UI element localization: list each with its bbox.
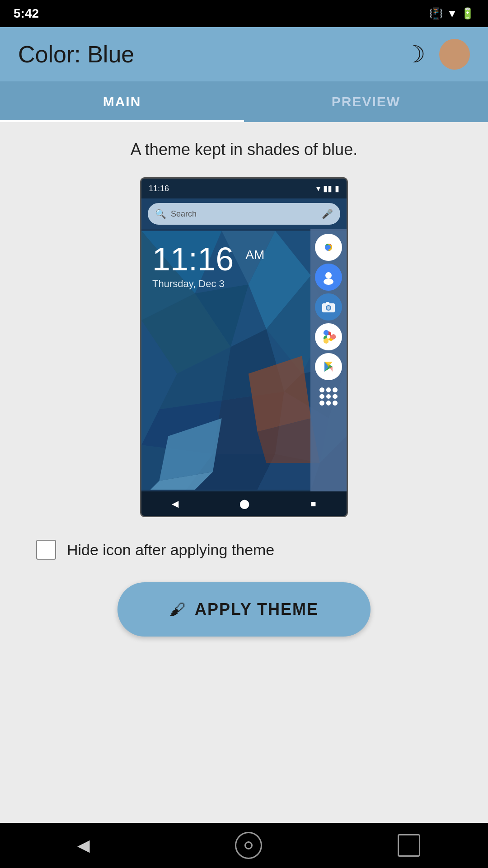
clock-overlay: 11:16 AM Thursday, Dec 3 xyxy=(152,243,264,290)
status-bar: 5:42 📳 ▾ 🔋 xyxy=(0,0,488,27)
home-button[interactable] xyxy=(235,832,262,859)
description-text: A theme kept in shades of blue. xyxy=(131,140,357,159)
phone-battery-icon: ▮ xyxy=(335,184,339,193)
phone-mockup: 11:16 ▾ ▮▮ ▮ 🔍 Search 🎤 xyxy=(140,177,348,517)
phone-nav-bar: ◀ ⬤ ■ xyxy=(141,491,347,516)
vibrate-icon: 📳 xyxy=(429,7,443,20)
phone-status-bar: 11:16 ▾ ▮▮ ▮ xyxy=(141,179,347,198)
apps-grid-icon xyxy=(315,383,342,410)
svg-rect-30 xyxy=(326,302,329,304)
play-app-icon xyxy=(315,353,342,380)
header-icons: ☽ xyxy=(404,39,470,70)
svg-point-25 xyxy=(325,272,332,278)
camera-app-icon xyxy=(315,293,342,321)
wifi-icon: ▾ xyxy=(449,7,455,20)
svg-point-29 xyxy=(327,306,330,310)
back-button[interactable]: ◀ xyxy=(68,830,99,861)
status-icons: 📳 ▾ 🔋 xyxy=(429,7,474,20)
main-content: A theme kept in shades of blue. 11:16 ▾ … xyxy=(0,122,488,823)
phone-time: 11:16 xyxy=(149,184,169,193)
avatar[interactable] xyxy=(439,39,470,70)
wallpaper-area: 11:16 AM Thursday, Dec 3 xyxy=(141,229,347,491)
phone-recent-btn[interactable]: ■ xyxy=(310,499,316,509)
app-title: Color: Blue xyxy=(18,41,134,68)
app-header: Color: Blue ☽ xyxy=(0,27,488,81)
phone-search-text: Search xyxy=(171,209,317,219)
search-bar-container: 🔍 Search 🎤 xyxy=(141,198,347,229)
search-bar[interactable]: 🔍 Search 🎤 xyxy=(148,203,340,225)
svg-point-31 xyxy=(327,335,330,339)
phone-search-icon: 🔍 xyxy=(155,208,166,219)
hide-icon-label: Hide icon after applying theme xyxy=(67,541,274,559)
phone-wifi-icon: ▾ xyxy=(316,184,320,193)
tab-bar: MAIN PREVIEW xyxy=(0,81,488,122)
bottom-nav-bar: ◀ xyxy=(0,823,488,868)
checkbox-row[interactable]: Hide icon after applying theme xyxy=(36,540,274,560)
photos-app-icon xyxy=(315,323,342,350)
tab-main[interactable]: MAIN xyxy=(0,81,244,122)
phone-status-icons: ▾ ▮▮ ▮ xyxy=(316,184,339,193)
tab-preview[interactable]: PREVIEW xyxy=(244,81,488,122)
recent-button[interactable] xyxy=(398,834,420,857)
moon-icon[interactable]: ☽ xyxy=(404,41,426,68)
clock-date: Thursday, Dec 3 xyxy=(152,278,264,290)
brush-icon: 🖌 xyxy=(169,600,186,619)
apply-theme-button[interactable]: 🖌 APPLY THEME xyxy=(117,582,371,637)
phone-home-btn[interactable]: ⬤ xyxy=(239,498,249,509)
svg-point-26 xyxy=(324,278,333,285)
svg-point-24 xyxy=(326,245,331,250)
hide-icon-checkbox[interactable] xyxy=(36,540,56,560)
clock-time: 11:16 AM xyxy=(152,243,264,275)
battery-icon: 🔋 xyxy=(461,7,474,20)
app-dock xyxy=(310,229,347,491)
chrome-app-icon xyxy=(315,234,342,261)
phone-back-btn[interactable]: ◀ xyxy=(172,498,178,509)
phone-mic-icon: 🎤 xyxy=(322,208,333,219)
phone-signal-icon: ▮▮ xyxy=(323,184,332,193)
status-time: 5:42 xyxy=(14,6,39,21)
apply-theme-label: APPLY THEME xyxy=(195,600,319,619)
contacts-app-icon xyxy=(315,264,342,291)
